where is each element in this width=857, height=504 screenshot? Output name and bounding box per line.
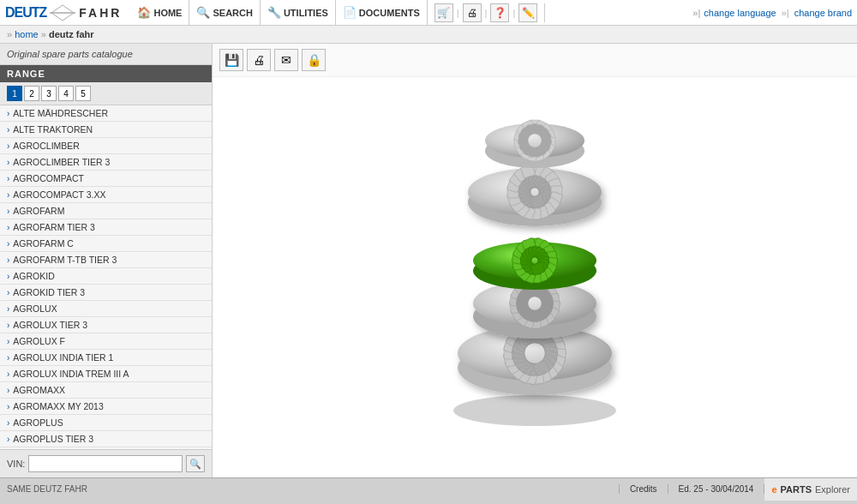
page-btn-1[interactable]: 1	[7, 86, 22, 101]
top-gear	[468, 164, 602, 226]
range-arrow: ›	[7, 141, 9, 151]
range-item[interactable]: ›ALTE MÄHDRESCHER	[0, 105, 212, 122]
nav-search-label: SEARCH	[213, 8, 252, 18]
breadcrumb-home[interactable]: home	[15, 29, 39, 39]
range-arrow: ›	[7, 158, 9, 167]
range-item[interactable]: ›AGROPLUS TIER 3	[0, 431, 212, 447]
toolbar-email-button[interactable]: ✉	[274, 49, 298, 71]
range-arrow: ›	[7, 174, 9, 183]
toolbar-lock-button[interactable]: 🔒	[302, 49, 326, 71]
nav-documents[interactable]: 📄 DOCUMENTS	[336, 0, 428, 26]
edit-icon-btn[interactable]: ✏️	[518, 3, 537, 22]
range-item[interactable]: ›AGROMAXX	[0, 382, 212, 399]
range-arrow: ›	[7, 190, 9, 200]
home-icon: 🏠	[137, 6, 151, 19]
top-dome-gear	[485, 119, 584, 167]
eparts-e: e	[771, 484, 776, 495]
vin-label: VIN:	[7, 459, 25, 469]
range-list: ›ALTE MÄHDRESCHER›ALTE TRAKTOREN›AGROCLI…	[0, 105, 212, 449]
bottom-brand: e PARTS Explorer	[764, 478, 857, 501]
range-arrow: ›	[7, 239, 9, 249]
range-item[interactable]: ›AGROCLIMBER	[0, 138, 212, 154]
green-gear	[473, 237, 596, 290]
nav-search[interactable]: 🔍 SEARCH	[189, 0, 260, 26]
sidebar-title: Original spare parts catalogue	[0, 44, 212, 65]
range-arrow: ›	[7, 337, 9, 346]
bottom-left: SAME DEUTZ FAHR	[0, 484, 619, 494]
bottom-bar: SAME DEUTZ FAHR Credits Ed. 25 - 30/04/2…	[0, 477, 857, 500]
help-icon-btn[interactable]: ❓	[490, 3, 509, 22]
breadcrumb-current: deutz fahr	[49, 29, 94, 39]
range-item[interactable]: ›AGROCOMPACT 3.XX	[0, 187, 212, 203]
nav-documents-label: DOCUMENTS	[359, 8, 420, 18]
page-btn-3[interactable]: 3	[41, 86, 57, 101]
range-arrow: ›	[7, 223, 9, 232]
main-layout: Original spare parts catalogue RANGE 1 2…	[0, 44, 857, 477]
range-item[interactable]: ›AGROFARM T-TB TIER 3	[0, 252, 212, 268]
nav-home-label: HOME	[153, 8, 182, 18]
pagination: 1 2 3 4 5	[0, 82, 212, 105]
toolbar-save-button[interactable]: 💾	[219, 49, 243, 71]
cart-icon-btn[interactable]: 🛒	[434, 3, 453, 22]
range-item[interactable]: ›ALTE TRAKTOREN	[0, 122, 212, 138]
range-item[interactable]: ›AGROCOMPACT	[0, 171, 212, 187]
range-arrow: ›	[7, 369, 9, 379]
range-item[interactable]: ›AGROPLUS	[0, 415, 212, 431]
range-header: RANGE	[0, 65, 212, 82]
logo-icon	[50, 3, 75, 22]
change-language-link[interactable]: change language	[704, 8, 776, 18]
bottom-credits: Credits	[619, 484, 668, 494]
gear-image-area	[213, 77, 857, 477]
toolbar-print-button[interactable]: 🖨	[247, 49, 271, 71]
range-arrow: ›	[7, 402, 9, 411]
page-btn-2[interactable]: 2	[24, 86, 39, 101]
range-arrow: ›	[7, 288, 9, 297]
range-arrow: ›	[7, 321, 9, 330]
range-arrow: ›	[7, 125, 9, 135]
range-arrow: ›	[7, 304, 9, 314]
nav-utilities[interactable]: 🔧 UTILITIES	[261, 0, 336, 26]
eparts-parts: PARTS	[781, 484, 812, 495]
gear-assembly-svg	[398, 119, 672, 436]
page-btn-5[interactable]: 5	[75, 86, 91, 101]
breadcrumb: » home » deutz fahr	[0, 26, 857, 44]
print-icon-btn[interactable]: 🖨	[463, 3, 482, 22]
vin-area: VIN: 🔍	[0, 449, 212, 477]
range-arrow: ›	[7, 386, 9, 395]
change-brand-link[interactable]: change brand	[794, 8, 852, 18]
range-arrow: ›	[7, 353, 9, 363]
vin-search-button[interactable]: 🔍	[186, 455, 205, 472]
range-item[interactable]: ›AGROLUX INDIA TIER 1	[0, 350, 212, 366]
logo-fahr: FAHR	[79, 6, 122, 20]
range-item[interactable]: ›AGROLUX	[0, 301, 212, 317]
range-item[interactable]: ›AGROCLIMBER TIER 3	[0, 154, 212, 171]
range-item[interactable]: ›AGROLUX F	[0, 333, 212, 350]
documents-icon: 📄	[343, 6, 357, 19]
range-arrow: ›	[7, 435, 9, 444]
vin-input[interactable]	[28, 455, 183, 472]
range-item[interactable]: ›AGROFARM	[0, 203, 212, 219]
content-area: 💾 🖨 ✉ 🔒	[213, 44, 857, 477]
range-item[interactable]: ›AGROKID	[0, 268, 212, 285]
utilities-icon: 🔧	[267, 6, 281, 19]
range-item[interactable]: ›AGROLUX INDIA TREM III A	[0, 366, 212, 382]
range-item[interactable]: ›AGROMAXX MY 2013	[0, 399, 212, 415]
gear-shadow	[453, 395, 616, 426]
page-btn-4[interactable]: 4	[58, 86, 74, 101]
range-arrow: ›	[7, 255, 9, 265]
logo-deutz: DEUTZ	[5, 5, 46, 21]
range-arrow: ›	[7, 207, 9, 216]
range-item[interactable]: ›AGROLUX TIER 3	[0, 317, 212, 333]
top-right-actions: »| change language »| change brand	[692, 8, 852, 18]
nav-home[interactable]: 🏠 HOME	[130, 0, 189, 26]
range-arrow: ›	[7, 272, 9, 281]
range-arrow: ›	[7, 109, 9, 118]
bottom-edition: Ed. 25 - 30/04/2014	[668, 484, 765, 494]
range-item[interactable]: ›AGROFARM TIER 3	[0, 219, 212, 236]
top-bar: DEUTZ FAHR 🏠 HOME 🔍 SEARCH 🔧 UTILITIES 📄…	[0, 0, 857, 26]
toolbar: 💾 🖨 ✉ 🔒	[213, 44, 857, 77]
range-item[interactable]: ›AGROFARM C	[0, 236, 212, 252]
search-icon: 🔍	[196, 6, 210, 19]
nav-utilities-label: UTILITIES	[284, 8, 328, 18]
range-item[interactable]: ›AGROKID TIER 3	[0, 285, 212, 301]
